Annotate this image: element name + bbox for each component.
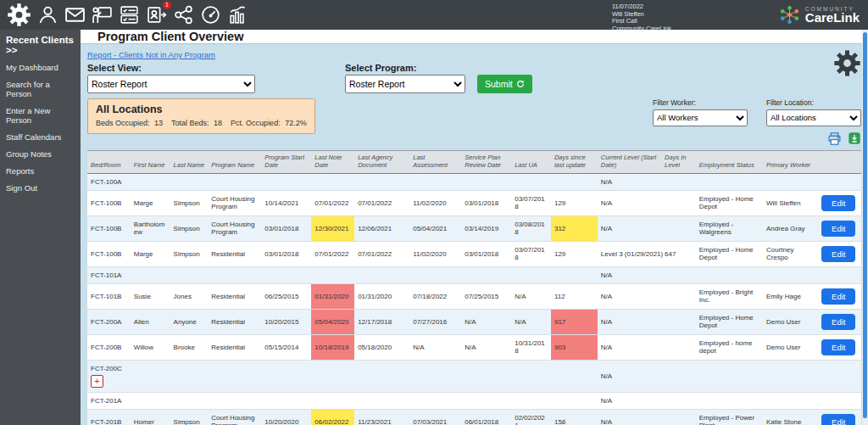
table-row: FCT-100BMargeSimpsonCourt Housing Progra… — [87, 190, 861, 215]
group-row: FCT-101AN/A — [87, 266, 861, 283]
share-icon[interactable] — [173, 4, 194, 25]
column-header: Program Name — [208, 150, 261, 173]
summary-stat: Total Beds: 18 — [171, 119, 222, 127]
table-row: FCT-201BHomerSimpsonCourt Housing Progra… — [87, 409, 861, 425]
column-header: Primary Worker — [763, 150, 818, 173]
location-summary-box: All Locations Beds Occupied: 13Total Bed… — [87, 98, 315, 134]
person-icon[interactable] — [37, 4, 58, 25]
column-header: Last Agency Document — [354, 150, 409, 173]
sidebar-item-my-dashboard[interactable]: My Dashboard — [6, 63, 75, 72]
edit-button[interactable]: Edit — [821, 221, 855, 237]
sidebar-recent-clients[interactable]: Recent Clients >> — [6, 35, 75, 55]
sidebar-item-staff-calendars[interactable]: Staff Calendars — [6, 132, 75, 142]
carelink-logo: COMMUNITY CareLink — [778, 3, 860, 26]
refresh-icon — [516, 80, 525, 88]
table-body: FCT-100AN/AFCT-100BMargeSimpsonCourt Hou… — [87, 173, 861, 425]
add-client-button[interactable]: + — [91, 375, 103, 388]
chart-icon[interactable] — [227, 4, 248, 25]
edit-button[interactable]: Edit — [821, 195, 855, 211]
table-row: FCT-100BBartholomewSimpsonCourt Housing … — [87, 215, 861, 241]
table-header-row: Bed/RoomFirst NameLast NameProgram NameP… — [87, 150, 861, 173]
table-row: FCT-200AAllenAnyoneResidential10/20/2015… — [87, 309, 861, 334]
content-area: Report - Clients Not in Any Program Sele… — [81, 44, 868, 425]
summary-stat: Pct. Occupied: 72.2% — [231, 119, 307, 127]
roster-table: Bed/RoomFirst NameLast NameProgram NameP… — [87, 150, 861, 425]
column-header: Current Level (Start Date) — [598, 150, 661, 173]
column-header: Last Name — [170, 150, 209, 173]
training-icon[interactable] — [92, 4, 113, 25]
top-bar: 1 11/07/2022 Will Steffen First Call Com… — [0, 0, 868, 30]
carelink-logo-icon — [778, 3, 801, 26]
table-row: FCT-100BMargeSimpsonResidential03/01/201… — [87, 241, 861, 266]
column-header: Last Note Date — [311, 150, 354, 173]
column-header: Days since last update — [551, 150, 598, 173]
forms-icon[interactable] — [119, 4, 140, 25]
filter-worker-dropdown[interactable]: All Workers — [653, 109, 748, 126]
filter-worker-label: Filter Worker: — [653, 98, 748, 107]
edit-button[interactable]: Edit — [821, 314, 855, 330]
sidebar-item-enter-a-new-person[interactable]: Enter a New Person — [6, 106, 75, 125]
column-header: Last UA — [511, 150, 551, 173]
column-header: Program Start Date — [261, 150, 311, 173]
summary-title: All Locations — [96, 103, 307, 115]
select-program-dropdown[interactable]: Roster Report — [345, 75, 465, 93]
filter-location-dropdown[interactable]: All Locations — [766, 109, 861, 126]
select-view-dropdown[interactable]: Roster Report — [87, 75, 255, 93]
export-download-icon[interactable] — [848, 131, 861, 145]
column-header: Days In Level — [661, 150, 696, 173]
client-intake-icon[interactable]: 1 — [146, 4, 167, 25]
report-clients-not-in-program-link[interactable]: Report - Clients Not in Any Program — [87, 50, 215, 59]
sidebar-menu: My DashboardSearch for a PersonEnter a N… — [6, 63, 75, 193]
group-row: FCT-200C+N/A — [87, 360, 861, 392]
column-header: Last Assessment — [409, 150, 461, 173]
print-icon[interactable] — [827, 131, 842, 146]
edit-button[interactable]: Edit — [821, 339, 855, 355]
sidebar-item-sign-out[interactable]: Sign Out — [6, 183, 75, 193]
settings-gear-icon[interactable] — [833, 49, 861, 77]
column-header: Employment Status — [696, 150, 763, 173]
table-row: FCT-101BSusieJonesResidential06/25/20150… — [87, 283, 861, 309]
summary-stat: Beds Occupied: 13 — [96, 119, 163, 127]
submit-button[interactable]: Submit — [477, 75, 532, 93]
session-info: 11/07/2022 Will Steffen First Call Commu… — [612, 3, 671, 32]
filter-location-label: Filter Location: — [766, 98, 861, 107]
edit-button[interactable]: Edit — [821, 288, 855, 305]
select-program-label: Select Program: — [345, 63, 465, 73]
sidebar-item-group-notes[interactable]: Group Notes — [6, 149, 75, 159]
sidebar: Recent Clients >> My DashboardSearch for… — [0, 30, 81, 425]
column-header: Service Plan Review Date — [461, 150, 511, 173]
gauge-icon[interactable] — [200, 4, 221, 25]
table-row: FCT-200BWillowBrookeResidential05/15/201… — [87, 334, 861, 360]
page-title: Program Client Overview — [97, 30, 243, 43]
notification-badge: 1 — [163, 1, 171, 9]
sidebar-item-reports[interactable]: Reports — [6, 166, 75, 176]
edit-button[interactable]: Edit — [821, 414, 855, 425]
column-header: Bed/Room — [87, 150, 131, 173]
select-view-label: Select View: — [87, 63, 255, 73]
title-bar: Program Client Overview — [81, 30, 868, 44]
summary-stats: Beds Occupied: 13Total Beds: 18Pct. Occu… — [96, 119, 307, 127]
product-name: Community CareLink — [612, 25, 671, 33]
column-header: First Name — [131, 150, 170, 173]
logo-text-carelink: CareLink — [805, 12, 860, 24]
gear-icon[interactable] — [7, 3, 31, 27]
mail-icon[interactable] — [64, 4, 86, 25]
column-header — [818, 150, 861, 173]
vertical-scrollbar-thumb[interactable] — [863, 32, 867, 418]
edit-button[interactable]: Edit — [821, 246, 855, 262]
group-row: FCT-201AN/A — [87, 392, 861, 409]
group-row: FCT-100AN/A — [87, 173, 861, 190]
sidebar-item-search-for-a-person[interactable]: Search for a Person — [6, 80, 75, 98]
